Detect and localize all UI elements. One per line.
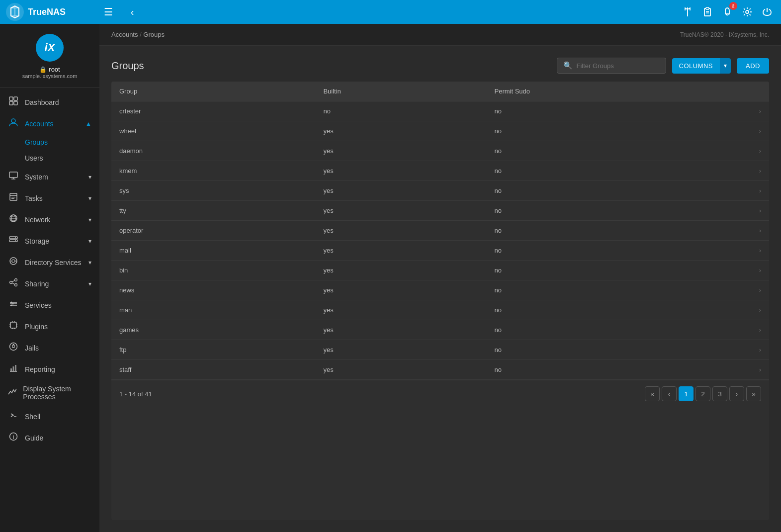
- clipboard-icon-button[interactable]: [699, 4, 715, 20]
- table-row[interactable]: games yes no ›: [111, 320, 769, 340]
- pagination-controls: « ‹ 1 2 3 › »: [645, 386, 761, 401]
- table-row[interactable]: man yes no ›: [111, 300, 769, 320]
- sidebar-item-shell[interactable]: Shell: [0, 406, 99, 427]
- page-first-button[interactable]: «: [645, 386, 660, 401]
- row-expand-arrow[interactable]: ›: [749, 181, 769, 201]
- row-expand-arrow[interactable]: ›: [749, 161, 769, 181]
- sidebar-item-system[interactable]: System ▾: [0, 166, 99, 187]
- cell-group: news: [111, 280, 315, 300]
- breadcrumb: Accounts / Groups TrueNAS® 2020 - iXsyst…: [99, 24, 781, 46]
- sidebar-item-display-system-processes[interactable]: Display System Processes: [0, 380, 99, 406]
- sidebar: iX 🔒 root sample.ixsystems.com Dashboard…: [0, 24, 99, 532]
- plugins-icon: [8, 321, 19, 332]
- svg-rect-9: [14, 101, 17, 105]
- menu-button[interactable]: ☰: [100, 4, 116, 20]
- table-row[interactable]: crtester no no ›: [111, 101, 769, 121]
- page-2-button[interactable]: 2: [695, 386, 710, 401]
- sidebar-item-sharing[interactable]: Sharing ▾: [0, 273, 99, 294]
- add-button[interactable]: ADD: [737, 58, 769, 74]
- table-row[interactable]: staff yes no ›: [111, 360, 769, 380]
- sidebar-item-accounts[interactable]: Accounts ▲: [0, 113, 99, 134]
- sidebar-item-jails[interactable]: Jails: [0, 337, 99, 358]
- trident-icon-button[interactable]: [680, 4, 695, 20]
- columns-dropdown-arrow[interactable]: ▾: [720, 58, 731, 74]
- page-3-button[interactable]: 3: [712, 386, 727, 401]
- alert-badge: 2: [729, 2, 737, 10]
- columns-button[interactable]: COLUMNS: [672, 58, 720, 74]
- pagination: 1 - 14 of 41 « ‹ 1 2 3 › »: [111, 380, 769, 407]
- svg-point-28: [12, 260, 15, 263]
- sidebar-item-directory-services[interactable]: Directory Services ▾: [0, 252, 99, 273]
- cell-group: sys: [111, 181, 315, 201]
- row-expand-arrow[interactable]: ›: [749, 340, 769, 360]
- cell-group: wheel: [111, 121, 315, 141]
- svg-rect-11: [9, 172, 17, 177]
- sidebar-item-services[interactable]: Services: [0, 294, 99, 316]
- table-row[interactable]: news yes no ›: [111, 280, 769, 300]
- row-expand-arrow[interactable]: ›: [749, 101, 769, 121]
- cell-permit-sudo: no: [487, 280, 749, 300]
- sidebar-item-users[interactable]: Users: [0, 150, 99, 166]
- table-row[interactable]: ftp yes no ›: [111, 340, 769, 360]
- search-icon: 🔍: [563, 61, 573, 70]
- storage-icon: [8, 235, 19, 247]
- breadcrumb-accounts[interactable]: Accounts: [111, 31, 138, 38]
- search-box: 🔍: [557, 58, 666, 74]
- row-expand-arrow[interactable]: ›: [749, 280, 769, 300]
- sidebar-item-plugins[interactable]: Plugins: [0, 316, 99, 337]
- cell-builtin: yes: [315, 340, 486, 360]
- trident-icon: [682, 6, 693, 17]
- table-row[interactable]: tty yes no ›: [111, 201, 769, 221]
- row-expand-arrow[interactable]: ›: [749, 221, 769, 241]
- groups-header: Groups 🔍 COLUMNS ▾ ADD: [111, 58, 769, 74]
- alert-icon-button[interactable]: 2: [719, 4, 735, 20]
- row-expand-arrow[interactable]: ›: [749, 261, 769, 280]
- back-button[interactable]: ‹: [124, 4, 140, 20]
- sidebar-item-reporting[interactable]: Reporting: [0, 358, 99, 380]
- sidebar-item-groups[interactable]: Groups: [0, 134, 99, 150]
- sidebar-tasks-label: Tasks: [25, 194, 43, 202]
- svg-text:i: i: [13, 435, 14, 440]
- page-last-button[interactable]: »: [746, 386, 761, 401]
- table-row[interactable]: sys yes no ›: [111, 181, 769, 201]
- table-row[interactable]: kmem yes no ›: [111, 161, 769, 181]
- svg-rect-42: [10, 322, 16, 328]
- sidebar-item-network[interactable]: Network ▾: [0, 209, 99, 230]
- sidebar-item-storage[interactable]: Storage ▾: [0, 230, 99, 252]
- table-row[interactable]: bin yes no ›: [111, 261, 769, 280]
- cell-builtin: yes: [315, 221, 486, 241]
- cell-permit-sudo: no: [487, 360, 749, 380]
- sidebar-jails-label: Jails: [25, 344, 39, 352]
- cell-permit-sudo: no: [487, 340, 749, 360]
- sidebar-item-label: Dashboard: [25, 98, 59, 106]
- search-input[interactable]: [577, 62, 660, 70]
- cell-permit-sudo: no: [487, 201, 749, 221]
- avatar-text: iX: [45, 41, 55, 54]
- table-row[interactable]: mail yes no ›: [111, 241, 769, 261]
- accounts-expand-arrow: ▲: [86, 120, 91, 127]
- row-expand-arrow[interactable]: ›: [749, 320, 769, 340]
- sidebar-item-dashboard[interactable]: Dashboard: [0, 91, 99, 113]
- sidebar-storage-label: Storage: [25, 237, 49, 245]
- svg-point-33: [15, 284, 17, 286]
- cell-builtin: no: [315, 101, 486, 121]
- row-expand-arrow[interactable]: ›: [749, 241, 769, 261]
- row-expand-arrow[interactable]: ›: [749, 300, 769, 320]
- table-row[interactable]: wheel yes no ›: [111, 121, 769, 141]
- row-expand-arrow[interactable]: ›: [749, 360, 769, 380]
- page-1-button[interactable]: 1: [679, 386, 694, 401]
- row-expand-arrow[interactable]: ›: [749, 121, 769, 141]
- page-next-button[interactable]: ›: [729, 386, 744, 401]
- tasks-arrow: ▾: [88, 195, 91, 202]
- settings-icon-button[interactable]: [739, 4, 755, 20]
- page-prev-button[interactable]: ‹: [662, 386, 677, 401]
- row-expand-arrow[interactable]: ›: [749, 141, 769, 161]
- table-row[interactable]: operator yes no ›: [111, 221, 769, 241]
- breadcrumb-path: Accounts / Groups: [111, 31, 165, 38]
- power-icon-button[interactable]: [759, 4, 775, 20]
- table-row[interactable]: daemon yes no ›: [111, 141, 769, 161]
- sidebar-item-tasks[interactable]: Tasks ▾: [0, 187, 99, 209]
- svg-point-40: [12, 303, 14, 305]
- sidebar-item-guide[interactable]: i Guide: [0, 427, 99, 448]
- row-expand-arrow[interactable]: ›: [749, 201, 769, 221]
